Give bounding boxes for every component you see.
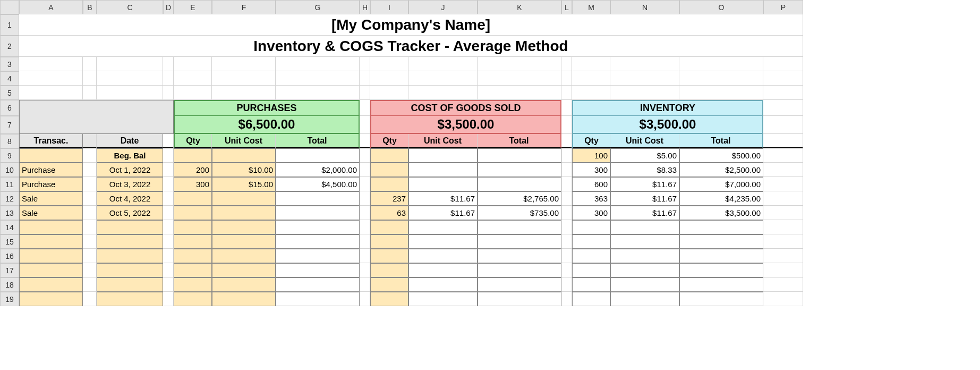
cell[interactable] xyxy=(163,292,174,306)
cell[interactable] xyxy=(360,191,370,206)
cell[interactable] xyxy=(163,177,174,191)
cell-purch-qty[interactable]: 200 xyxy=(174,163,212,177)
cell[interactable] xyxy=(83,177,97,191)
cell-purch-unitcost[interactable] xyxy=(212,148,276,163)
cell[interactable] xyxy=(561,292,572,306)
row-header-7[interactable]: 7 xyxy=(0,116,19,134)
cell[interactable] xyxy=(83,234,97,249)
cell[interactable] xyxy=(360,249,370,263)
cell[interactable] xyxy=(408,86,478,100)
cell[interactable] xyxy=(83,148,97,163)
cell-cogs-unitcost[interactable] xyxy=(408,177,478,191)
cell[interactable] xyxy=(276,57,360,71)
cell[interactable] xyxy=(163,278,174,292)
cell-purch-unitcost[interactable] xyxy=(212,206,276,220)
cell[interactable] xyxy=(561,220,572,234)
cell[interactable] xyxy=(408,57,478,71)
col-header-L[interactable]: L xyxy=(561,0,572,14)
cell-inv-unitcost[interactable]: $8.33 xyxy=(610,163,679,177)
cell[interactable] xyxy=(763,57,803,71)
cell-purch-qty[interactable] xyxy=(174,292,212,306)
select-all-corner[interactable] xyxy=(0,0,19,14)
cell-date[interactable]: Oct 4, 2022 xyxy=(97,191,163,206)
cell-purch-total[interactable] xyxy=(276,220,360,234)
cell-transac[interactable]: Sale xyxy=(19,206,83,220)
col-header-N[interactable]: N xyxy=(610,0,679,14)
cell-cogs-total[interactable] xyxy=(478,292,561,306)
row-header-12[interactable]: 12 xyxy=(0,191,19,206)
col-header-I[interactable]: I xyxy=(370,0,408,14)
cell[interactable] xyxy=(360,220,370,234)
row-header-19[interactable]: 19 xyxy=(0,292,19,306)
cell[interactable] xyxy=(561,177,572,191)
cell-inv-unitcost[interactable] xyxy=(610,220,679,234)
cell-cogs-total[interactable] xyxy=(478,177,561,191)
cell-inv-total[interactable]: $3,500.00 xyxy=(679,206,763,220)
cell[interactable] xyxy=(360,292,370,306)
cell[interactable] xyxy=(763,163,803,177)
cell-cogs-qty[interactable] xyxy=(370,292,408,306)
cell-purch-qty[interactable] xyxy=(174,234,212,249)
cell-transac[interactable] xyxy=(19,220,83,234)
cell[interactable] xyxy=(360,278,370,292)
col-header-P[interactable]: P xyxy=(763,0,803,14)
cell[interactable] xyxy=(163,71,174,86)
row-header-6[interactable]: 6 xyxy=(0,100,19,116)
cell[interactable] xyxy=(83,292,97,306)
cell-inv-qty[interactable]: 363 xyxy=(572,191,610,206)
cell-purch-qty[interactable]: 300 xyxy=(174,177,212,191)
cell[interactable] xyxy=(561,263,572,278)
cell-transac[interactable]: Purchase xyxy=(19,177,83,191)
cell-cogs-total[interactable] xyxy=(478,234,561,249)
row-header-3[interactable]: 3 xyxy=(0,57,19,71)
cell-cogs-unitcost[interactable] xyxy=(408,220,478,234)
row-header-16[interactable]: 16 xyxy=(0,249,19,263)
cell-cogs-unitcost[interactable]: $11.67 xyxy=(408,206,478,220)
cell-purch-unitcost[interactable] xyxy=(212,249,276,263)
cell[interactable] xyxy=(97,57,163,71)
cell-inv-total[interactable] xyxy=(679,292,763,306)
cell-transac[interactable]: Purchase xyxy=(19,163,83,177)
row-header-2[interactable]: 2 xyxy=(0,36,19,57)
col-header-E[interactable]: E xyxy=(174,0,212,14)
cell-inv-total[interactable]: $2,500.00 xyxy=(679,163,763,177)
cell[interactable] xyxy=(163,220,174,234)
cell[interactable] xyxy=(163,234,174,249)
cell[interactable] xyxy=(360,206,370,220)
cell[interactable] xyxy=(763,263,803,278)
cell[interactable] xyxy=(763,177,803,191)
cell-cogs-qty[interactable] xyxy=(370,220,408,234)
cell-inv-qty[interactable] xyxy=(572,278,610,292)
cell[interactable] xyxy=(360,177,370,191)
col-header-G[interactable]: G xyxy=(276,0,360,14)
cell[interactable] xyxy=(83,206,97,220)
cell-inv-total[interactable]: $4,235.00 xyxy=(679,191,763,206)
cell[interactable] xyxy=(163,148,174,163)
cell-inv-qty[interactable] xyxy=(572,263,610,278)
cell[interactable] xyxy=(97,86,163,100)
cell-inv-total[interactable]: $7,000.00 xyxy=(679,177,763,191)
cell-purch-unitcost[interactable] xyxy=(212,234,276,249)
cell-cogs-total[interactable] xyxy=(478,220,561,234)
cell-purch-unitcost[interactable] xyxy=(212,220,276,234)
cell[interactable] xyxy=(679,57,763,71)
cell-purch-unitcost[interactable]: $10.00 xyxy=(212,163,276,177)
cell-inv-qty[interactable] xyxy=(572,220,610,234)
cell[interactable] xyxy=(19,86,83,100)
col-header-O[interactable]: O xyxy=(679,0,763,14)
cell[interactable] xyxy=(763,191,803,206)
cell-purch-qty[interactable] xyxy=(174,278,212,292)
cell[interactable] xyxy=(83,278,97,292)
cell[interactable] xyxy=(763,234,803,249)
cell-inv-unitcost[interactable]: $11.67 xyxy=(610,206,679,220)
cell-cogs-total[interactable]: $2,765.00 xyxy=(478,191,561,206)
cell[interactable] xyxy=(561,57,572,71)
cell[interactable] xyxy=(610,71,679,86)
cell[interactable] xyxy=(763,71,803,86)
col-header-H[interactable]: H xyxy=(360,0,370,14)
cell[interactable] xyxy=(83,263,97,278)
cell-transac[interactable] xyxy=(19,278,83,292)
cell[interactable] xyxy=(360,163,370,177)
cell[interactable] xyxy=(561,249,572,263)
cell-cogs-qty[interactable] xyxy=(370,249,408,263)
